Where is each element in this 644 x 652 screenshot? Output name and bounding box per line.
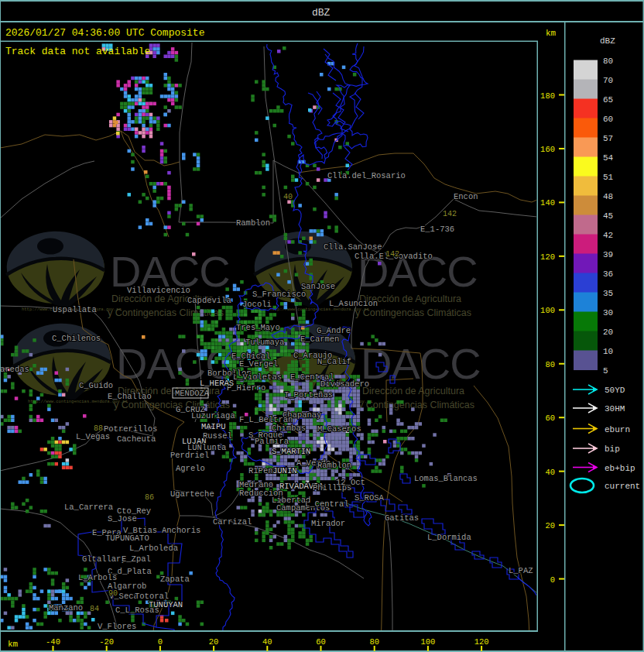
svg-text:Dirección de Agricultura: Dirección de Agricultura (362, 386, 464, 396)
svg-text:eb+bip: eb+bip (605, 464, 635, 473)
svg-text:C_L_Rosas: C_L_Rosas (115, 606, 159, 615)
svg-text:MENDOZA: MENDOZA (175, 389, 210, 398)
svg-text:142: 142 (443, 210, 457, 218)
svg-text:C_Guido: C_Guido (79, 381, 113, 390)
svg-text:39: 39 (603, 250, 613, 259)
svg-text:Gatitas: Gatitas (385, 513, 419, 523)
svg-text:86: 86 (145, 493, 154, 502)
svg-text:Uspallata: Uspallata (53, 305, 97, 314)
svg-text:88: 88 (94, 424, 103, 433)
svg-text:bip: bip (605, 444, 620, 454)
svg-text:5: 5 (603, 366, 608, 376)
svg-text:Divisadero: Divisadero (320, 379, 369, 389)
svg-text:35: 35 (603, 289, 613, 298)
svg-text:Agrelo: Agrelo (176, 464, 205, 473)
svg-text:Potrerillos: Potrerillos (104, 424, 157, 434)
svg-text:km: km (8, 640, 19, 649)
svg-text:Track data not available: Track data not available (5, 46, 150, 57)
svg-text:y Contingencias Climáticas: y Contingencias Climáticas (114, 400, 230, 410)
svg-text:10: 10 (603, 347, 613, 356)
svg-text:20: 20 (209, 637, 219, 647)
svg-text:Zapata: Zapata (160, 575, 190, 584)
svg-text:Encon: Encon (454, 192, 478, 201)
svg-text:Clla.del_Rosario: Clla.del_Rosario (327, 171, 406, 180)
svg-text:km: km (546, 29, 557, 38)
svg-text:La_Carrera: La_Carrera (64, 503, 113, 512)
svg-text:SanJose: SanJose (301, 282, 335, 291)
svg-text:50YD: 50YD (605, 386, 625, 395)
svg-text:MAIPU: MAIPU (201, 422, 226, 431)
svg-text:51: 51 (603, 173, 614, 182)
svg-text:Mirador: Mirador (311, 519, 345, 528)
svg-text:Anchoris: Anchoris (162, 526, 200, 535)
svg-text:dBZ: dBZ (600, 36, 615, 46)
svg-text:100: 100 (420, 637, 435, 647)
svg-text:48: 48 (603, 192, 613, 201)
svg-text:-20: -20 (99, 637, 114, 647)
svg-text:20: 20 (603, 328, 613, 337)
svg-text:20: 20 (545, 521, 555, 530)
svg-text:E_Challao: E_Challao (108, 392, 152, 401)
svg-text:80: 80 (603, 57, 613, 66)
svg-text:Tres_Mayo: Tres_Mayo (236, 323, 280, 332)
svg-text:60: 60 (316, 637, 326, 647)
svg-text:dBZ: dBZ (312, 7, 331, 19)
svg-text:180: 180 (540, 91, 555, 101)
svg-text:y Contingencias Climáticas: y Contingencias Climáticas (355, 307, 471, 318)
svg-text:0: 0 (550, 575, 555, 585)
svg-text:L_Central: L_Central (305, 499, 349, 509)
svg-text:60: 60 (603, 115, 613, 124)
svg-text:80: 80 (545, 360, 555, 369)
svg-text:current: current (605, 482, 640, 491)
svg-text:Russel: Russel (203, 431, 232, 441)
svg-text:Gltallary: Gltallary (82, 554, 126, 564)
svg-text:M_Caseros: M_Caseros (317, 424, 361, 434)
svg-text:-40: -40 (46, 637, 60, 647)
svg-text:Palmira: Palmira (255, 437, 289, 446)
svg-text:65: 65 (603, 95, 613, 105)
svg-text:L_Asuncion: L_Asuncion (329, 299, 378, 308)
svg-text:70: 70 (603, 76, 613, 85)
svg-text:54: 54 (603, 153, 614, 163)
svg-text:y Contingencias Climáticas: y Contingencias Climáticas (358, 400, 474, 410)
svg-text:Villavicencio: Villavicencio (127, 286, 190, 295)
svg-text:C_Chilenos: C_Chilenos (52, 334, 101, 343)
svg-text:140: 140 (540, 198, 555, 208)
svg-text:aredas: aredas (0, 365, 29, 374)
svg-text:E_Vergel: E_Vergel (239, 359, 278, 369)
svg-text:57: 57 (603, 134, 613, 143)
svg-text:L_PAZ: L_PAZ (509, 566, 533, 575)
svg-text:S_Francisco: S_Francisco (252, 290, 306, 299)
svg-text:0: 0 (158, 637, 163, 647)
svg-text:84: 84 (90, 605, 99, 613)
svg-text:S_ROSA: S_ROSA (355, 493, 385, 503)
svg-text:DACC: DACC (361, 339, 481, 388)
svg-text:40: 40 (262, 637, 272, 647)
svg-text:S_Jose: S_Jose (108, 514, 137, 523)
svg-text:40: 40 (283, 193, 293, 201)
svg-text:36: 36 (603, 269, 613, 279)
svg-text:JUNIN: JUNIN (272, 466, 297, 475)
svg-text:80: 80 (369, 637, 379, 647)
svg-text:45: 45 (603, 211, 613, 221)
svg-text:N_Calif: N_Calif (317, 357, 351, 366)
svg-text:60: 60 (545, 414, 555, 423)
svg-text:120: 120 (474, 637, 489, 647)
svg-text:120: 120 (540, 252, 555, 262)
svg-text:Ramblon: Ramblon (317, 461, 351, 470)
svg-text:E_1-736: E_1-736 (420, 225, 454, 234)
svg-text:E_Carmen: E_Carmen (300, 335, 339, 344)
svg-text:L_Violetas: L_Violetas (233, 372, 282, 382)
svg-text:TUPUNGATO: TUPUNGATO (105, 534, 149, 543)
svg-text:S_MARTIN: S_MARTIN (272, 447, 310, 456)
svg-text:Manzano: Manzano (49, 603, 83, 613)
svg-text:2026/01/27 04:36:00 UTC Compos: 2026/01/27 04:36:00 UTC Composite (5, 27, 204, 39)
svg-text:L_Arboleda: L_Arboleda (129, 544, 178, 553)
svg-text:Tulumaya: Tulumaya (245, 338, 284, 347)
svg-text:12_Oct: 12_Oct (336, 478, 365, 487)
svg-text:T_Porteñas: T_Porteñas (284, 390, 333, 400)
svg-text:90: 90 (108, 589, 118, 598)
svg-text:Capdevila: Capdevila (187, 296, 231, 305)
svg-text:Ramblon: Ramblon (236, 218, 270, 228)
svg-text:Perdriel: Perdriel (170, 451, 209, 460)
